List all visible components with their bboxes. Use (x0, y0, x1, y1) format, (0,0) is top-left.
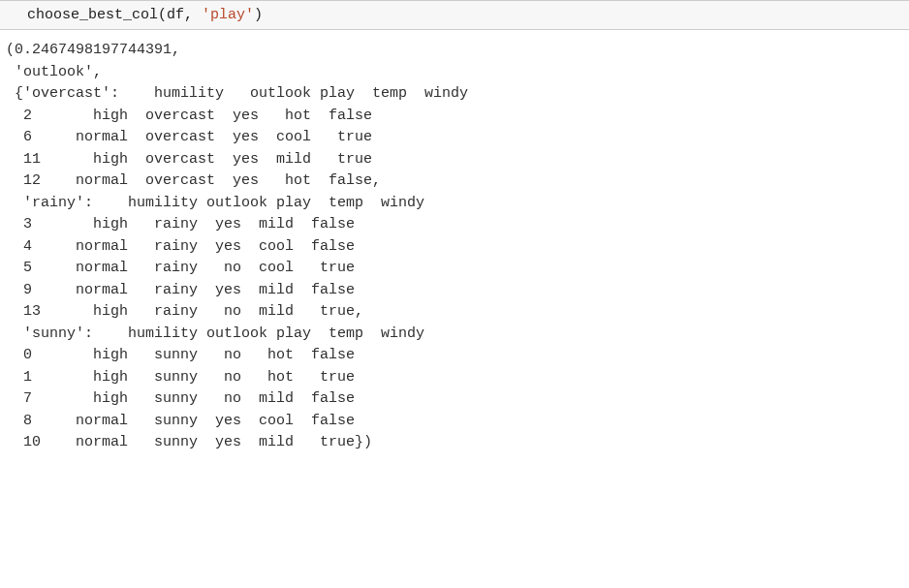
output-line: (0.2467498197744391, (6, 42, 180, 58)
output-line: 12 normal overcast yes hot false, (6, 172, 381, 189)
output-line: 'outlook', (6, 64, 102, 80)
output-line: 11 high overcast yes mild true (6, 151, 372, 168)
code-token-comma: , (184, 7, 202, 23)
code-input-cell[interactable]: choose_best_col(df, 'play') (0, 0, 909, 30)
output-line: 6 normal overcast yes cool true (6, 129, 372, 145)
code-token-var: df (167, 7, 184, 23)
output-line: 3 high rainy yes mild false (6, 216, 355, 232)
code-token-string: 'play' (202, 7, 254, 23)
output-line: 8 normal sunny yes cool false (6, 413, 355, 429)
output-line: 9 normal rainy yes mild false (6, 282, 355, 298)
code-token-paren: ( (158, 7, 167, 23)
output-line: 5 normal rainy no cool true (6, 260, 355, 276)
output-block: (0.2467498197744391, 'outlook', {'overca… (0, 40, 909, 454)
output-line: 4 normal rainy yes cool false (6, 238, 355, 255)
output-line: {'overcast': humility outlook play temp … (6, 85, 468, 102)
code-token-paren: ) (254, 7, 263, 23)
output-line: 10 normal sunny yes mild true}) (6, 434, 372, 450)
code-line: choose_best_col(df, 'play') (27, 7, 263, 23)
output-line: 0 high sunny no hot false (6, 347, 355, 363)
output-line: 7 high sunny no mild false (6, 390, 355, 407)
output-line: 2 high overcast yes hot false (6, 108, 372, 124)
output-line: 1 high sunny no hot true (6, 369, 355, 386)
code-token-function: choose_best_col (27, 7, 158, 23)
output-line: 'rainy': humility outlook play temp wind… (6, 195, 424, 211)
output-line: 'sunny': humility outlook play temp wind… (6, 325, 424, 342)
output-line: 13 high rainy no mild true, (6, 303, 363, 320)
